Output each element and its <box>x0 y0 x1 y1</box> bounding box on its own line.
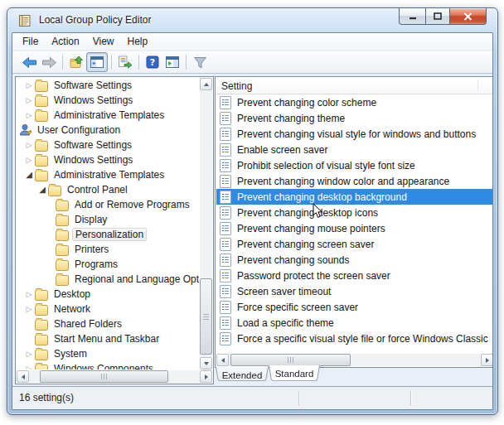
column-header-setting[interactable]: Setting <box>216 78 493 94</box>
filter-button[interactable] <box>190 53 210 71</box>
tree-horizontal-scrollbar[interactable] <box>17 370 212 383</box>
thumb-grip <box>101 374 107 379</box>
content-area: Software Settings Windows Settings Admin… <box>13 74 492 387</box>
menu-view[interactable]: View <box>86 34 121 49</box>
folder-icon <box>56 260 69 271</box>
scroll-thumb[interactable] <box>230 354 351 366</box>
export-list-button[interactable] <box>115 53 135 71</box>
thumb-grip <box>203 314 209 320</box>
expand-icon[interactable] <box>24 305 34 313</box>
arrow-left-icon <box>22 374 25 379</box>
tree-item[interactable]: Software Settings <box>17 78 199 93</box>
list-horizontal-scrollbar[interactable] <box>216 354 493 366</box>
forward-button[interactable] <box>39 53 59 71</box>
setting-row[interactable]: Screen saver timeout <box>216 283 493 299</box>
expand-icon[interactable] <box>24 290 34 298</box>
folder-icon <box>56 200 69 211</box>
setting-row[interactable]: Prevent changing visual style for window… <box>216 126 493 142</box>
tree-item-personalization[interactable]: Personalization <box>17 227 199 242</box>
tree-item[interactable]: Software Settings <box>17 138 199 152</box>
setting-row[interactable]: Force a specific visual style file or fo… <box>216 331 493 346</box>
expand-icon[interactable] <box>24 350 34 358</box>
collapse-icon[interactable] <box>24 171 34 179</box>
tree-item[interactable]: Desktop <box>17 287 199 302</box>
minimize-icon <box>409 12 417 20</box>
expand-icon[interactable] <box>24 96 34 104</box>
collapse-icon[interactable] <box>37 186 47 194</box>
menu-help[interactable]: Help <box>121 34 155 49</box>
tree-item[interactable]: Printers <box>17 242 199 257</box>
menu-bar: File Action View Help <box>12 33 492 51</box>
setting-row[interactable]: Force specific screen saver <box>216 299 493 315</box>
setting-row[interactable]: Prevent changing window color and appear… <box>216 173 493 189</box>
minimize-button[interactable] <box>399 8 426 25</box>
scroll-thumb[interactable] <box>40 370 168 383</box>
settings-list: Prevent changing color scheme Prevent ch… <box>216 94 493 346</box>
tree-vertical-scrollbar[interactable] <box>200 78 212 369</box>
tab-extended[interactable]: Extended <box>216 367 269 383</box>
scroll-left-button[interactable] <box>216 354 229 366</box>
toolbar-separator <box>186 55 187 70</box>
expand-icon[interactable] <box>24 141 34 149</box>
maximize-button[interactable] <box>425 8 450 25</box>
menu-action[interactable]: Action <box>45 34 85 49</box>
setting-row[interactable]: Enable screen saver <box>216 142 493 157</box>
expand-icon[interactable] <box>24 111 34 119</box>
show-action-pane-button[interactable] <box>162 53 182 71</box>
scroll-down-button[interactable] <box>200 357 212 369</box>
policy-setting-icon <box>220 238 231 251</box>
help-icon: ? <box>146 56 159 69</box>
tree-item[interactable]: Windows Settings <box>17 152 199 167</box>
scroll-right-button[interactable] <box>200 370 212 383</box>
setting-row-selected[interactable]: Prevent changing desktop background <box>216 189 493 205</box>
up-one-level-button[interactable] <box>66 53 86 71</box>
toolbar: ? <box>12 51 492 74</box>
arrow-down-icon <box>204 362 209 365</box>
titlebar: Local Group Policy Editor <box>7 8 497 32</box>
tree-item[interactable]: Network <box>17 302 199 316</box>
scroll-right-button[interactable] <box>481 354 493 366</box>
setting-row[interactable]: Prohibit selection of visual style font … <box>216 157 493 173</box>
scroll-thumb[interactable] <box>200 278 212 355</box>
tree-item[interactable]: Display <box>17 212 199 227</box>
tab-standard[interactable]: Standard <box>269 365 320 383</box>
folder-icon <box>35 290 48 301</box>
scroll-up-button[interactable] <box>200 78 212 90</box>
console-tree-panel: Software Settings Windows Settings Admin… <box>15 76 214 384</box>
forward-arrow-icon <box>41 56 57 69</box>
help-button[interactable]: ? <box>143 53 162 71</box>
tree-item[interactable]: Programs <box>17 257 199 272</box>
tree-item[interactable]: System <box>17 346 199 361</box>
tree-item[interactable]: Administrative Templates <box>17 167 199 182</box>
expand-icon[interactable] <box>24 156 34 164</box>
tree-item[interactable]: Shared Folders <box>17 316 199 331</box>
policy-setting-icon <box>220 143 231 157</box>
tree-item-user-configuration[interactable]: User Configuration <box>17 123 199 138</box>
close-button[interactable] <box>449 8 487 25</box>
tree-item[interactable]: Regional and Language Options <box>17 272 199 287</box>
policy-setting-icon <box>220 285 231 298</box>
setting-row[interactable]: Prevent changing sounds <box>216 252 493 268</box>
tree-item[interactable]: Start Menu and Taskbar <box>17 331 199 346</box>
policy-setting-icon <box>220 316 231 330</box>
tree-item[interactable]: Control Panel <box>17 182 199 197</box>
show-console-tree-button[interactable] <box>86 52 108 72</box>
expand-icon[interactable] <box>24 81 34 89</box>
expand-icon[interactable] <box>24 365 34 369</box>
setting-row[interactable]: Prevent changing desktop icons <box>216 205 493 220</box>
tree-item[interactable]: Add or Remove Programs <box>17 197 199 212</box>
back-button[interactable] <box>19 53 39 71</box>
window-title: Local Group Policy Editor <box>39 14 151 26</box>
scroll-left-button[interactable] <box>17 370 29 383</box>
tree-item[interactable]: Windows Components <box>17 361 199 369</box>
tree-item[interactable]: Windows Settings <box>17 93 199 108</box>
tree-item[interactable]: Administrative Templates <box>17 108 199 123</box>
setting-row[interactable]: Password protect the screen saver <box>216 268 493 283</box>
desktop: Local Group Policy Editor File Action Vi… <box>0 0 504 425</box>
setting-row[interactable]: Prevent changing theme <box>216 110 493 126</box>
menu-file[interactable]: File <box>16 34 45 49</box>
setting-row[interactable]: Prevent changing screen saver <box>216 236 493 252</box>
setting-row[interactable]: Load a specific theme <box>216 315 493 331</box>
setting-row[interactable]: Prevent changing color scheme <box>216 94 493 110</box>
setting-row[interactable]: Prevent changing mouse pointers <box>216 220 493 236</box>
